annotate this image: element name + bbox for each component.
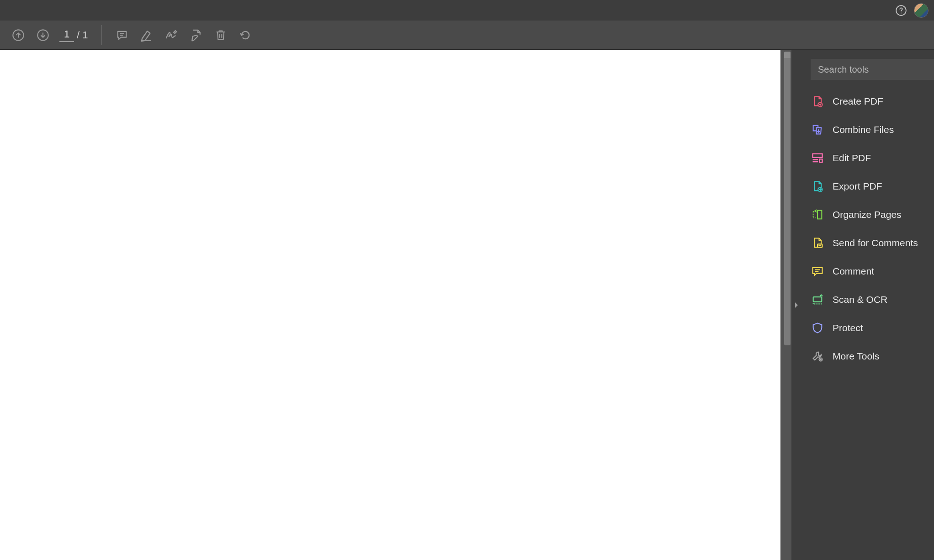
edit-page-button[interactable] — [186, 25, 206, 45]
combine-files-icon — [811, 123, 824, 137]
tool-more-tools[interactable]: More Tools — [801, 342, 934, 370]
page-down-button[interactable] — [33, 25, 53, 45]
svg-rect-15 — [817, 211, 822, 219]
tool-label: Combine Files — [833, 124, 894, 135]
tool-label: Organize Pages — [833, 209, 902, 220]
rotate-button[interactable] — [235, 25, 255, 45]
tool-list: Create PDF Combine Files — [801, 87, 934, 370]
comment-icon — [811, 264, 824, 278]
svg-rect-13 — [820, 159, 823, 162]
vertical-scrollbar[interactable] — [784, 52, 791, 558]
toolbar-separator — [101, 25, 102, 45]
create-pdf-icon — [811, 95, 824, 108]
search-tools-input[interactable] — [811, 59, 934, 80]
organize-pages-icon — [811, 208, 824, 222]
edit-pdf-icon — [811, 151, 824, 165]
tools-panel: Create PDF Combine Files — [801, 50, 934, 560]
tool-edit-pdf[interactable]: Edit PDF — [801, 144, 934, 172]
tool-comment[interactable]: Comment — [801, 257, 934, 285]
main-area: Create PDF Combine Files — [0, 50, 934, 560]
document-page — [0, 50, 780, 560]
tool-organize-pages[interactable]: Organize Pages — [801, 201, 934, 229]
avatar[interactable] — [914, 3, 929, 18]
tool-label: More Tools — [833, 351, 879, 362]
export-pdf-icon — [811, 180, 824, 193]
panel-collapse-handle[interactable] — [791, 50, 801, 560]
sign-button[interactable] — [161, 25, 181, 45]
document-viewport[interactable] — [0, 50, 791, 560]
chevron-right-icon — [794, 302, 799, 308]
svg-point-1 — [901, 12, 902, 13]
page-up-button[interactable] — [8, 25, 28, 45]
scrollbar-thumb[interactable] — [784, 52, 791, 345]
tool-create-pdf[interactable]: Create PDF — [801, 87, 934, 116]
protect-icon — [811, 321, 824, 335]
more-tools-icon — [811, 349, 824, 363]
tool-export-pdf[interactable]: Export PDF — [801, 172, 934, 201]
page-total: 1 — [82, 29, 88, 41]
delete-button[interactable] — [211, 25, 231, 45]
page-number-control: / 1 — [59, 28, 88, 42]
add-comment-button[interactable] — [112, 25, 132, 45]
toolbar: / 1 — [0, 21, 934, 50]
send-for-comments-icon — [811, 236, 824, 250]
svg-rect-20 — [813, 297, 822, 302]
highlight-button[interactable] — [137, 25, 157, 45]
scan-ocr-icon — [811, 293, 824, 306]
tool-scan-ocr[interactable]: Scan & OCR — [801, 285, 934, 314]
tool-label: Export PDF — [833, 181, 882, 192]
tool-send-for-comments[interactable]: Send for Comments — [801, 229, 934, 257]
tool-label: Scan & OCR — [833, 294, 887, 305]
tool-label: Protect — [833, 322, 863, 333]
help-icon[interactable] — [895, 4, 907, 17]
page-current-input[interactable] — [59, 28, 74, 42]
tool-label: Comment — [833, 266, 874, 277]
titlebar — [0, 0, 934, 21]
tool-label: Create PDF — [833, 96, 883, 107]
tool-label: Edit PDF — [833, 153, 871, 164]
tool-protect[interactable]: Protect — [801, 314, 934, 342]
tool-label: Send for Comments — [833, 238, 918, 248]
svg-rect-10 — [813, 154, 823, 158]
tool-combine-files[interactable]: Combine Files — [801, 116, 934, 144]
page-sep: / — [77, 29, 80, 41]
